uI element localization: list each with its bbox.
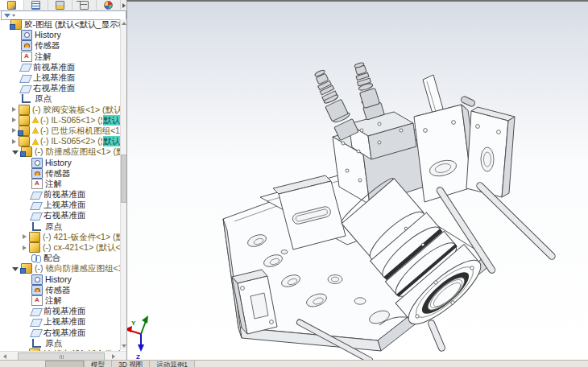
tree-row[interactable]: 前视基准面 (0, 189, 120, 200)
plane-icon (30, 319, 43, 327)
part-icon (29, 232, 40, 242)
tree-item-label: 右视基准面 (33, 83, 76, 93)
tree-row[interactable]: 配合 (0, 253, 120, 263)
expander-expanded-icon[interactable] (12, 267, 19, 271)
tree-item-label: 右视基准面 (43, 328, 86, 338)
tree-row[interactable]: (-) IL-S065<1> (默认<<默认 (0, 115, 120, 126)
tree-row[interactable]: History (0, 274, 120, 285)
tree-item-label: (-) 巴世乐相机图组<1> (默认 (40, 126, 120, 136)
tree-item-label: 注解 (35, 52, 52, 62)
origin-icon (32, 339, 41, 348)
annotations-icon: A (31, 179, 43, 189)
tab-featuremanager-tree[interactable] (0, 0, 24, 10)
tree-row[interactable]: 上视基准面 (0, 72, 120, 83)
tab-propertymanager[interactable] (24, 0, 48, 10)
part-icon (19, 105, 30, 115)
tree-item-label: (-) 镜向防撞感应图组<1> (默认< (35, 263, 120, 274)
tab-dimxpertmanager[interactable] (72, 0, 97, 10)
tree-row[interactable]: 胶-图组 (默认<默认_显示状态-1>) (0, 19, 120, 30)
tree-item-label: History (45, 158, 72, 168)
tree-item-label: 传感器 (35, 40, 60, 51)
tab-overflow-button[interactable] (121, 0, 126, 10)
tree-item-label-highlight: 默认 (103, 115, 120, 126)
assembly-icon (21, 146, 32, 157)
sheet-tab-2[interactable]: 3D 视图 (112, 361, 150, 367)
tree-row[interactable]: 传感器 (0, 285, 120, 295)
displaymanager-icon (104, 1, 113, 10)
tree-row[interactable]: (-) 防撞感应图组<1> (默认<默认 (0, 146, 120, 157)
expander-collapsed-icon[interactable] (12, 107, 16, 112)
cad-model[interactable]: Y X Z (127, 2, 588, 361)
tree-row[interactable]: 右视基准面 (0, 83, 120, 93)
tree-row[interactable]: 传感器 (0, 40, 120, 51)
sheet-tab-1[interactable]: 模型 (84, 361, 112, 367)
expander-collapsed-icon[interactable] (23, 234, 27, 239)
tree-row[interactable]: 右视基准面 (0, 210, 120, 221)
tree-item-label: 上视基准面 (43, 316, 86, 327)
tree-row[interactable]: 传感器 (0, 168, 120, 179)
tree-item-label: 原点 (35, 93, 52, 104)
sheet-tab-strip: 模型3D 视图运动算例1 (0, 360, 588, 367)
tree-row[interactable]: 右视基准面 (0, 327, 120, 337)
tree-item-label: 配合 (43, 253, 60, 263)
expander-expanded-icon[interactable] (12, 151, 19, 155)
tree-row[interactable]: 上视基准面 (0, 316, 120, 327)
tree-item-label: (-) cx-421<1> (默认<<默认 (43, 242, 120, 253)
tab-displaymanager[interactable] (97, 0, 121, 10)
tree-row[interactable]: (-) 胶阀安装板<1> (默认<<默认 (0, 105, 120, 115)
tree-row[interactable]: A注解 (0, 179, 120, 189)
feature-tree: 胶-图组 (默认<默认_显示状态-1>)History传感器A注解前视基准面上视… (0, 19, 120, 351)
plane-icon (30, 202, 43, 210)
sensors-icon (21, 40, 32, 51)
propertymanager-icon (31, 1, 40, 10)
tab-configurationmanager[interactable] (48, 0, 72, 10)
sensors-icon (31, 168, 43, 179)
plane-icon (30, 329, 43, 337)
tree-row[interactable]: 原点 (0, 221, 120, 232)
tree-row[interactable]: (-) 421-钣金件<1> (默认<< (0, 232, 120, 242)
part-icon (29, 242, 40, 253)
expander-collapsed-icon[interactable] (23, 245, 27, 250)
tree-row[interactable]: 前视基准面 (0, 306, 120, 316)
tree-row[interactable]: 前视基准面 (0, 62, 120, 72)
tree-item-label: 注解 (45, 295, 62, 306)
featuremanager-tree-icon (7, 1, 16, 10)
plane-icon (30, 308, 43, 316)
tree-item-label: 传感器 (45, 168, 71, 179)
mates-icon (31, 254, 41, 262)
tree-item-label: 传感器 (45, 285, 71, 295)
triad-y-label: Y (131, 320, 136, 327)
tree-row[interactable]: History (0, 30, 120, 40)
plane-icon (19, 75, 32, 83)
tree-row[interactable]: 上视基准面 (0, 200, 120, 210)
tree-row[interactable]: History (0, 157, 120, 167)
origin-icon (22, 94, 31, 103)
sheet-tab-scroller[interactable] (45, 361, 84, 367)
history-icon (21, 30, 32, 40)
tree-row[interactable]: 原点 (0, 338, 120, 348)
tree-item-label: 原点 (45, 221, 62, 232)
history-icon (31, 274, 43, 285)
tree-row[interactable]: A注解 (0, 52, 120, 62)
warning-icon (32, 117, 39, 123)
scroll-left-icon (3, 354, 6, 359)
tree-row[interactable]: 原点 (0, 93, 120, 104)
warning-icon (32, 127, 39, 134)
tree-row[interactable]: (-) cx-421<1> (默认<<默认 (0, 242, 120, 253)
expander-collapsed-icon[interactable] (12, 128, 16, 133)
tree-row[interactable]: (-) IL-S065<2> (默认<<默认 (0, 136, 120, 146)
chevron-down-icon (12, 14, 15, 17)
expander-collapsed-icon[interactable] (12, 118, 16, 122)
tree-item-label: (-) IL-S065<1> (默认<< (40, 115, 102, 126)
sheet-tab-3[interactable]: 运动算例1 (150, 361, 195, 367)
sensors-icon (31, 285, 43, 295)
tree-row[interactable]: (-) 镜向防撞感应图组<1> (默认< (0, 263, 120, 274)
configurationmanager-icon (56, 1, 64, 10)
tree-row[interactable]: A注解 (0, 295, 120, 306)
graphics-viewport[interactable]: Y X Z (126, 0, 588, 361)
expander-collapsed-icon[interactable] (12, 139, 16, 144)
view-triad: Y X Z (127, 315, 148, 361)
chevron-right-icon (122, 3, 126, 8)
plane-icon (19, 64, 32, 72)
tree-row[interactable]: (-) 巴世乐相机图组<1> (默认 (0, 126, 120, 136)
